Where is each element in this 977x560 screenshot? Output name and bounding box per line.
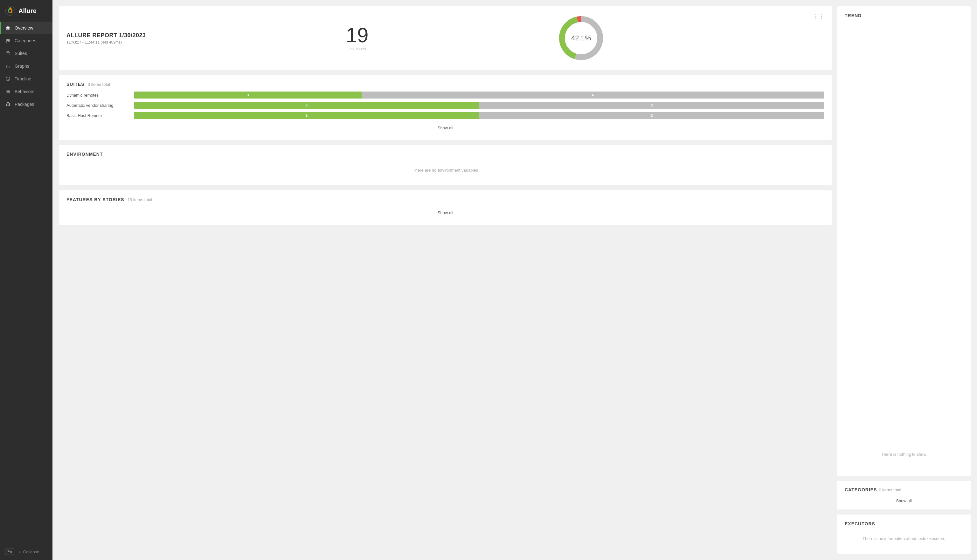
suites-show-all-button[interactable]: Show all	[67, 122, 824, 133]
report-time: 11:43:27 - 11:44:11 (44s 409ms)	[67, 40, 146, 45]
flag-icon	[5, 38, 11, 43]
report-info: ALLURE REPORT 1/30/2023 11:43:27 - 11:44…	[67, 32, 146, 45]
sidebar-item-suites-label: Suites	[15, 51, 27, 56]
trend-title: TREND	[845, 13, 862, 18]
sidebar-item-categories[interactable]: Categories	[0, 34, 52, 47]
briefcase-icon	[5, 50, 11, 56]
sidebar-item-behaviors[interactable]: Behaviors	[0, 85, 52, 98]
sidebar-item-packages-label: Packages	[15, 102, 34, 107]
donut-chart: 42.1%	[556, 13, 606, 63]
test-cases-label: test cases	[346, 47, 368, 51]
features-show-all-button[interactable]: Show all	[67, 207, 824, 218]
environment-empty-message: There are no environment variables	[67, 162, 824, 179]
executors-title: EXECUTORS	[845, 521, 875, 526]
donut-percentage: 42.1%	[571, 34, 591, 42]
test-count-area: 19 test cases	[346, 25, 368, 51]
sidebar: Allure Overview Categories Suites Graphs…	[0, 0, 52, 560]
categories-subtitle: 0 items total	[879, 488, 901, 492]
sidebar-item-graphs[interactable]: Graphs	[0, 60, 52, 72]
svg-point-1	[9, 10, 12, 12]
suite-row: Basic Host Remote 2 2	[67, 112, 824, 119]
sidebar-item-overview-label: Overview	[15, 25, 33, 30]
test-count-number: 19	[346, 25, 368, 45]
sidebar-item-overview[interactable]: Overview	[0, 22, 52, 34]
suite-bar-pass: 3	[134, 102, 479, 109]
suite-bar-fail: 2	[479, 112, 825, 119]
suites-title: SUITES	[67, 82, 85, 87]
sidebar-item-packages[interactable]: Packages	[0, 98, 52, 111]
left-column: ALLURE REPORT 1/30/2023 11:43:27 - 11:44…	[59, 7, 832, 553]
main-content: ALLURE REPORT 1/30/2023 11:43:27 - 11:44…	[52, 0, 977, 560]
collapse-label: Collapse	[23, 550, 39, 554]
suite-bar-fail: 3	[479, 102, 825, 109]
grid-icon	[5, 102, 11, 107]
suite-name: Dynamic remotes	[67, 93, 130, 98]
environment-card: ENVIRONMENT There are no environment var…	[59, 145, 832, 185]
suite-name: Basic Host Remote	[67, 113, 130, 118]
suite-row: Automatic vendor sharing 3 3	[67, 102, 824, 109]
sidebar-item-timeline-label: Timeline	[15, 76, 31, 82]
clock-icon	[5, 76, 11, 82]
suite-name: Automatic vendor sharing	[67, 103, 130, 108]
executors-empty-message: There is no information about tests exec…	[845, 530, 963, 547]
allure-logo-icon	[5, 6, 15, 16]
language-badge[interactable]: En	[5, 548, 14, 555]
trend-card: TREND There is nothing to show	[837, 7, 970, 476]
app-title: Allure	[18, 7, 37, 15]
categories-card: CATEGORIES 0 items total Show all	[837, 481, 970, 510]
report-title: ALLURE REPORT 1/30/2023	[67, 32, 146, 39]
list-icon	[5, 89, 11, 94]
features-card: FEATURES BY STORIES 19 items total Show …	[59, 190, 832, 225]
sidebar-item-suites[interactable]: Suites	[0, 47, 52, 60]
suite-bar: 3 3	[134, 102, 824, 109]
suite-bar: 2 2	[134, 112, 824, 119]
suite-bar-fail: 6	[362, 92, 824, 98]
home-icon	[5, 25, 11, 31]
environment-title: ENVIRONMENT	[67, 152, 103, 157]
executors-card: EXECUTORS There is no information about …	[837, 515, 970, 553]
sidebar-item-graphs-label: Graphs	[15, 63, 29, 68]
sidebar-header: Allure	[0, 0, 52, 22]
suites-subtitle: 3 items total	[88, 82, 110, 87]
suites-card: SUITES 3 items total Dynamic remotes 3 6…	[59, 75, 832, 140]
bar-chart-icon	[5, 63, 11, 69]
suite-bar-pass: 3	[134, 92, 362, 98]
right-column: TREND There is nothing to show CATEGORIE…	[837, 7, 970, 553]
features-title: FEATURES BY STORIES	[67, 197, 124, 202]
features-subtitle: 19 items total	[127, 197, 152, 202]
suite-bar-pass: 2	[134, 112, 479, 119]
report-header-card: ALLURE REPORT 1/30/2023 11:43:27 - 11:44…	[59, 7, 832, 70]
sidebar-item-behaviors-label: Behaviors	[15, 89, 34, 94]
categories-title: CATEGORIES	[845, 487, 877, 492]
trend-empty-message: There is nothing to show	[845, 446, 963, 463]
suite-bar: 3 6	[134, 92, 824, 98]
sidebar-bottom: En Collapse	[0, 543, 52, 560]
sidebar-item-timeline[interactable]: Timeline	[0, 72, 52, 85]
sidebar-item-categories-label: Categories	[15, 38, 36, 43]
suite-row: Dynamic remotes 3 6	[67, 92, 824, 98]
categories-show-all-button[interactable]: Show all	[845, 495, 963, 503]
more-options-button[interactable]: ⋮⋮	[813, 13, 824, 20]
collapse-button[interactable]: Collapse	[17, 550, 39, 554]
